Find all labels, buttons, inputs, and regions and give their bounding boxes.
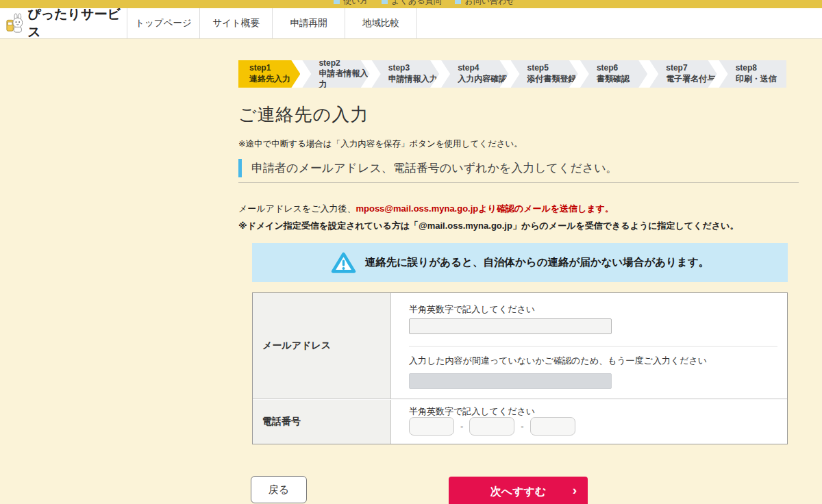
warning-banner: 連絡先に誤りがあると、自治体からの連絡が届かない場合があります。: [252, 243, 788, 282]
step-2-applicant-info: step2 申請者情報入力: [302, 60, 369, 88]
link-label: 使い方: [343, 0, 368, 7]
email-confirm-hint: 入力した内容が間違っていないかご確認のため、もう一度ご入力ください: [409, 355, 707, 367]
step-number: step2: [319, 58, 369, 69]
link-how-to-use[interactable]: 使い方: [334, 0, 368, 7]
step-number: step7: [666, 63, 717, 74]
step-7-digital-signature: step7 電子署名付与: [649, 60, 717, 88]
email-cell-divider: [409, 346, 777, 346]
phone-label: 電話番号: [253, 400, 391, 444]
warning-triangle-icon: [331, 251, 356, 275]
section-divider: [238, 182, 799, 183]
link-label: お問い合わせ: [464, 0, 514, 7]
link-label: よくある質問: [391, 0, 441, 7]
nav-top-page[interactable]: トップページ: [127, 8, 199, 38]
top-utility-links: 使い方 よくある質問 お問い合わせ: [334, 0, 515, 7]
step-4-confirm-input: step4 入力内容確認: [441, 60, 508, 88]
step-number: step4: [458, 63, 508, 74]
email-hint: 半角英数字で記入してください: [409, 303, 535, 316]
next-button[interactable]: 次へすすむ ›: [449, 477, 588, 504]
step-number: step8: [736, 63, 786, 74]
brand-name: ぴったりサービス: [27, 5, 127, 41]
back-button[interactable]: 戻る: [251, 476, 307, 503]
step-number: step1: [249, 63, 300, 74]
step-1-contact-input: step1 連絡先入力: [238, 60, 300, 88]
square-bullet-icon: [334, 0, 340, 4]
nav-resume-application[interactable]: 申請再開: [272, 8, 345, 38]
phone-row: 電話番号 半角英数字で記入してください - -: [253, 400, 787, 444]
domain-filter-note: ※ドメイン指定受信を設定されている方は「@mail.oss.myna.go.jp…: [238, 220, 738, 232]
warning-text: 連絡先に誤りがあると、自治体からの連絡が届かない場合があります。: [365, 255, 710, 270]
square-bullet-icon: [455, 0, 461, 4]
step-number: step6: [597, 63, 647, 74]
step-label: 連絡先入力: [249, 74, 300, 85]
step-label: 添付書類登録: [527, 74, 578, 85]
nav-site-overview[interactable]: サイト概要: [199, 8, 272, 38]
next-button-label: 次へすすむ: [490, 486, 547, 497]
email-confirm-input[interactable]: [409, 373, 612, 389]
step-number: step5: [527, 63, 578, 74]
phone-separator: -: [521, 421, 523, 431]
save-progress-note: ※途中で中断する場合は「入力内容を保存」ボタンを使用してください。: [238, 138, 523, 150]
step-label: 電子署名付与: [666, 74, 717, 85]
phone-input-middle[interactable]: [469, 417, 514, 436]
phone-separator: -: [460, 421, 463, 431]
phone-input-area-code[interactable]: [409, 417, 454, 436]
link-faq[interactable]: よくある質問: [382, 0, 441, 7]
top-utility-bar: 使い方 よくある質問 お問い合わせ: [0, 0, 822, 8]
brand-logo[interactable]: ぴったりサービス: [0, 8, 127, 38]
email-input[interactable]: [409, 318, 612, 334]
page: 使い方 よくある質問 お問い合わせ: [0, 0, 822, 504]
link-contact[interactable]: お問い合わせ: [455, 0, 514, 7]
nav-region-compare[interactable]: 地域比較: [345, 8, 417, 38]
email-value-cell: 半角英数字で記入してください 入力した内容が間違っていないかご確認のため、もう一…: [391, 293, 787, 399]
chevron-right-icon: ›: [573, 483, 577, 498]
step-number: step3: [388, 63, 439, 74]
step-label: 印刷・送信: [736, 74, 786, 85]
mascot-rabbit-icon: [6, 13, 23, 34]
phone-value-cell: 半角英数字で記入してください - -: [391, 400, 787, 444]
square-bullet-icon: [382, 0, 388, 4]
contact-form-table: メールアドレス 半角英数字で記入してください 入力した内容が間違っていないかご確…: [252, 292, 788, 444]
phone-input-last[interactable]: [530, 417, 575, 436]
step-5-attachments: step5 添付書類登録: [511, 60, 578, 88]
step-label: 申請情報入力: [388, 74, 439, 85]
email-row: メールアドレス 半角英数字で記入してください 入力した内容が間違っていないかご確…: [253, 293, 787, 399]
step-6-document-check: step6 書類確認: [580, 60, 647, 88]
mail-note-sender-address: mposs@mail.oss.myna.go.jpより確認のメールを送信します。: [356, 203, 614, 214]
step-3-application-info: step3 申請情報入力: [372, 60, 439, 88]
section-title: 申請者のメールアドレス、電話番号のいずれかを入力してください。: [238, 159, 799, 177]
phone-inputs: - -: [409, 417, 575, 436]
step-8-print-send: step8 印刷・送信: [719, 60, 786, 88]
page-title: ご連絡先の入力: [238, 103, 369, 127]
mail-note-plain: メールアドレスをご入力後、: [238, 203, 356, 214]
email-label: メールアドレス: [253, 293, 391, 399]
step-label: 入力内容確認: [458, 74, 508, 85]
site-header: ぴったりサービス トップページ サイト概要 申請再開 地域比較: [0, 8, 822, 39]
step-label: 申請者情報入力: [319, 68, 369, 90]
step-progress-bar: step1 連絡先入力 step2 申請者情報入力 step3 申請情報入力 s…: [238, 60, 786, 88]
step-label: 書類確認: [597, 74, 647, 85]
phone-hint: 半角英数字で記入してください: [409, 405, 535, 418]
mail-confirmation-note: メールアドレスをご入力後、mposs@mail.oss.myna.go.jpより…: [238, 203, 614, 215]
